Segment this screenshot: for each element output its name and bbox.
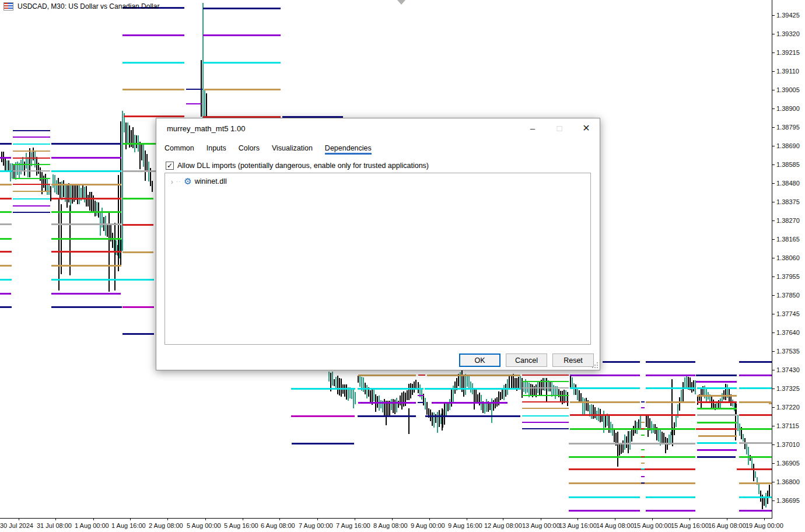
murrey-line [418,395,424,396]
candle-bar [725,384,726,400]
time-axis-tick [503,518,503,520]
candle-bar [439,410,440,428]
tab-inputs[interactable]: Inputs [206,144,226,155]
candle-bar [530,384,531,395]
murrey-line [522,395,569,396]
candle-bar [679,397,680,411]
candle-bar [27,157,29,178]
murrey-line [641,407,645,408]
minimize-button[interactable]: – [519,118,546,139]
murrey-line [697,401,737,403]
candle-bar [405,393,406,406]
price-axis-tick [772,164,775,165]
candle-bar [353,390,354,408]
murrey-line [418,374,425,376]
murrey-line [0,211,12,213]
tab-colors[interactable]: Colors [239,144,260,155]
reset-button[interactable]: Reset [552,354,594,367]
candle-bar [544,378,545,391]
murrey-line [123,198,153,200]
candle-bar [355,392,356,405]
candle-bar [396,398,397,412]
candle-bar [136,135,137,148]
price-axis-tick [772,202,775,202]
murrey-line [186,103,201,104]
candle-bar [539,382,540,396]
candle-bar [370,390,371,402]
candle-bar [665,437,666,453]
tree-row-wininet[interactable]: › ·· ⚙ wininet.dll [165,173,590,186]
close-button[interactable]: ✕ [573,118,600,139]
indicator-properties-dialog: murrey_math_mt5 1.00 – □ ✕ Common Inputs… [156,118,600,370]
dialog-titlebar[interactable]: murrey_math_mt5 1.00 – □ ✕ [156,118,600,139]
candle-bar [414,382,415,393]
price-axis-label: 1.37430 [776,366,800,373]
candle-bar [484,404,485,414]
candle-bar [346,384,347,400]
murrey-line [358,402,416,404]
maximize-button[interactable]: □ [546,118,573,139]
candle-bar [410,383,411,398]
price-axis-tick [772,34,775,34]
price-axis-tick [772,108,775,109]
tab-visualization[interactable]: Visualization [272,144,313,155]
murrey-line [291,415,355,417]
murrey-line [51,143,121,145]
price-axis-tick [772,482,775,482]
candle-bar [449,399,450,410]
tab-dependencies[interactable]: Dependencies [325,144,372,155]
time-axis-label: 2 Aug 08:00 [149,522,183,529]
grip-dot [597,362,598,363]
murrey-line [739,428,771,430]
murrey-line [13,191,50,192]
candle-bar [765,493,766,507]
murrey-line [696,428,737,430]
price-axis-label: 1.37640 [776,329,800,336]
dialog-button-row: OK Cancel Reset [156,354,600,368]
allow-dll-imports-checkbox[interactable]: ✓ [166,162,174,170]
chart-scroll-marker-icon[interactable] [397,0,405,5]
tree-connector: ·· [176,178,181,185]
murrey-line [203,8,281,9]
candle-bar [91,192,92,212]
price-axis-label: 1.38585 [776,161,800,168]
murrey-line [569,443,695,444]
candle-bar [764,498,765,505]
candle-bar [746,444,747,454]
price-axis-tick [772,146,775,146]
murrey-line [0,238,12,240]
murrey-line [739,361,771,363]
candle-bar [446,402,447,417]
murrey-line [0,223,12,225]
candle-bar [432,412,433,425]
candle-bar [682,382,684,401]
murrey-line [123,224,153,226]
tab-common[interactable]: Common [164,144,194,155]
time-axis-tick [205,518,206,520]
candle-bar [693,380,694,391]
candle-bar [582,397,583,414]
price-axis-label: 1.38375 [776,198,800,205]
tree-expander-icon[interactable]: › [171,177,173,186]
murrey-line [522,374,569,376]
candle-bar [486,399,487,412]
candle-bar [579,390,580,402]
candle-bar [143,143,144,167]
candle-bar [593,405,594,419]
dialog-title: murrey_math_mt5 1.00 [167,124,245,133]
resize-grip[interactable] [592,362,598,369]
cancel-button[interactable]: Cancel [506,354,547,367]
candle-bar [646,415,647,428]
allow-dll-imports-row: ✓ Allow DLL imports (potentially dangero… [166,162,600,170]
time-axis-tick [167,518,168,520]
candle-bar [391,399,392,411]
murrey-line [13,136,50,138]
murrey-line [123,34,184,36]
murrey-line [13,158,50,159]
murrey-line [646,374,695,376]
candle-bar [737,415,738,432]
dependencies-tree[interactable]: › ·· ⚙ wininet.dll [164,173,591,345]
ok-button[interactable]: OK [459,354,501,367]
candle-bar [334,379,335,386]
candle-bar [567,392,568,406]
